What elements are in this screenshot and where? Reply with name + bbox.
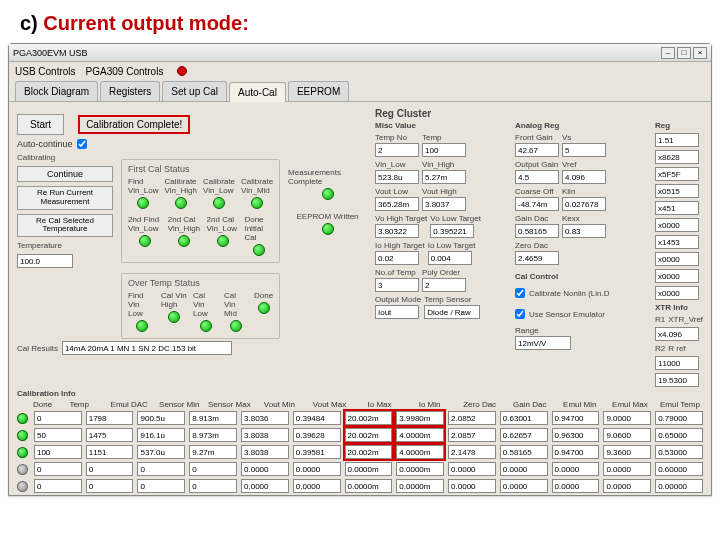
- tab-setup-cal[interactable]: Set up Cal: [162, 81, 227, 101]
- table-cell[interactable]: 1798: [86, 411, 134, 425]
- table-cell[interactable]: 0.0000: [448, 479, 496, 493]
- io-high-target-field[interactable]: 0.02: [375, 251, 419, 265]
- table-cell[interactable]: 0.65000: [655, 428, 703, 442]
- temp-field[interactable]: 100: [422, 143, 466, 157]
- table-cell[interactable]: 0: [137, 479, 185, 493]
- temperature-field[interactable]: 100.0: [17, 254, 73, 268]
- range-field[interactable]: 12mV/V: [515, 336, 571, 350]
- table-cell[interactable]: 100: [34, 445, 82, 459]
- no-temp-field[interactable]: 3: [375, 278, 419, 292]
- table-cell[interactable]: 0: [34, 479, 82, 493]
- menu-pga309-controls[interactable]: PGA309 Controls: [86, 66, 164, 77]
- table-cell[interactable]: 900.5u: [137, 411, 185, 425]
- table-cell[interactable]: 0.94700: [552, 411, 600, 425]
- table-cell[interactable]: 0: [189, 479, 237, 493]
- vin-low-field[interactable]: 523.8u: [375, 170, 419, 184]
- table-cell[interactable]: 0: [86, 462, 134, 476]
- table-cell[interactable]: 50: [34, 428, 82, 442]
- table-cell[interactable]: 0.0000: [500, 462, 548, 476]
- table-cell[interactable]: 0.0000: [552, 479, 600, 493]
- table-cell[interactable]: 9.27m: [189, 445, 237, 459]
- table-cell[interactable]: 0.0000m: [345, 462, 393, 476]
- table-cell[interactable]: 3.8038: [241, 445, 289, 459]
- reg-1[interactable]: x8628: [655, 150, 699, 164]
- vout-low-field[interactable]: 365.28m: [375, 197, 419, 211]
- table-cell[interactable]: 9.0600: [603, 428, 651, 442]
- coarse-off-field[interactable]: -48.74m: [515, 197, 559, 211]
- klin-field[interactable]: 0.027678: [562, 197, 606, 211]
- table-cell[interactable]: 0.0000: [603, 479, 651, 493]
- table-cell[interactable]: 0.0000: [293, 462, 341, 476]
- table-cell[interactable]: 537.0u: [137, 445, 185, 459]
- table-cell[interactable]: 0.94700: [552, 445, 600, 459]
- gain-dac-field[interactable]: 0.58165: [515, 224, 559, 238]
- vin-high-field[interactable]: 5.27m: [422, 170, 466, 184]
- table-cell[interactable]: 3.8038: [241, 428, 289, 442]
- reg-0[interactable]: 1.51: [655, 133, 699, 147]
- table-cell[interactable]: 4.0000m: [396, 428, 444, 442]
- reg-12[interactable]: 19.5300: [655, 373, 699, 387]
- table-cell[interactable]: 0.0000: [241, 462, 289, 476]
- vref-field[interactable]: 4.096: [562, 170, 606, 184]
- table-cell[interactable]: 0.0000: [500, 479, 548, 493]
- record-icon[interactable]: [177, 66, 187, 76]
- table-cell[interactable]: 3.8036: [241, 411, 289, 425]
- minimize-button[interactable]: –: [661, 47, 675, 59]
- table-cell[interactable]: 1151: [86, 445, 134, 459]
- temp-no-field[interactable]: 2: [375, 143, 419, 157]
- output-gain-field[interactable]: 4.5: [515, 170, 559, 184]
- table-cell[interactable]: 0.39484: [293, 411, 341, 425]
- reg-5[interactable]: x0000: [655, 218, 699, 232]
- table-cell[interactable]: 0: [137, 462, 185, 476]
- table-cell[interactable]: 8.973m: [189, 428, 237, 442]
- table-cell[interactable]: 0.0000m: [345, 479, 393, 493]
- table-cell[interactable]: 0.39628: [293, 428, 341, 442]
- continue-button[interactable]: Continue: [17, 166, 113, 182]
- zero-dac-field[interactable]: 2.4659: [515, 251, 559, 265]
- recal-button[interactable]: Re Cal Selected Temperature: [17, 214, 113, 238]
- cal-nonlin-checkbox[interactable]: [515, 288, 525, 298]
- table-cell[interactable]: 0.00000: [655, 479, 703, 493]
- table-cell[interactable]: 0.0000: [241, 479, 289, 493]
- table-cell[interactable]: 8.913m: [189, 411, 237, 425]
- table-cell[interactable]: 0.39581: [293, 445, 341, 459]
- table-cell[interactable]: 9.0000: [603, 411, 651, 425]
- table-cell[interactable]: 0.53000: [655, 445, 703, 459]
- table-cell[interactable]: 916.1u: [137, 428, 185, 442]
- poly-order-field[interactable]: 2: [422, 278, 466, 292]
- table-cell[interactable]: 9.3600: [603, 445, 651, 459]
- tab-registers[interactable]: Registers: [100, 81, 160, 101]
- rerun-button[interactable]: Re Run Current Measurement: [17, 186, 113, 210]
- table-cell[interactable]: 0: [86, 479, 134, 493]
- reg-3[interactable]: x0515: [655, 184, 699, 198]
- table-cell[interactable]: 0.58165: [500, 445, 548, 459]
- table-cell[interactable]: 2.1478: [448, 445, 496, 459]
- table-cell[interactable]: 2.0857: [448, 428, 496, 442]
- table-cell[interactable]: 2.0852: [448, 411, 496, 425]
- table-cell[interactable]: 1475: [86, 428, 134, 442]
- output-mode-field[interactable]: Iout: [375, 305, 419, 319]
- tab-block-diagram[interactable]: Block Diagram: [15, 81, 98, 101]
- reg-4[interactable]: x451: [655, 201, 699, 215]
- table-cell[interactable]: 3.9980m: [396, 411, 444, 425]
- tab-auto-cal[interactable]: Auto-Cal: [229, 82, 286, 102]
- table-cell[interactable]: 20.002m: [345, 445, 393, 459]
- start-button[interactable]: Start: [17, 114, 64, 135]
- table-cell[interactable]: 0: [34, 411, 82, 425]
- table-cell[interactable]: 20.002m: [345, 428, 393, 442]
- close-button[interactable]: ×: [693, 47, 707, 59]
- table-cell[interactable]: 20.002m: [345, 411, 393, 425]
- vout-high-field[interactable]: 3.8037: [422, 197, 466, 211]
- table-cell[interactable]: 0.0000: [603, 462, 651, 476]
- table-cell[interactable]: 0: [34, 462, 82, 476]
- reg-10[interactable]: x4.096: [655, 327, 699, 341]
- maximize-button[interactable]: □: [677, 47, 691, 59]
- vo-high-target-field[interactable]: 3.80322: [375, 224, 419, 238]
- reg-8[interactable]: x0000: [655, 269, 699, 283]
- table-cell[interactable]: 0.0000: [552, 462, 600, 476]
- tab-eeprom[interactable]: EEPROM: [288, 81, 349, 101]
- reg-6[interactable]: x1453: [655, 235, 699, 249]
- use-sensor-emu-checkbox[interactable]: [515, 309, 525, 319]
- menu-usb-controls[interactable]: USB Controls: [15, 66, 76, 77]
- table-cell[interactable]: 0.96300: [552, 428, 600, 442]
